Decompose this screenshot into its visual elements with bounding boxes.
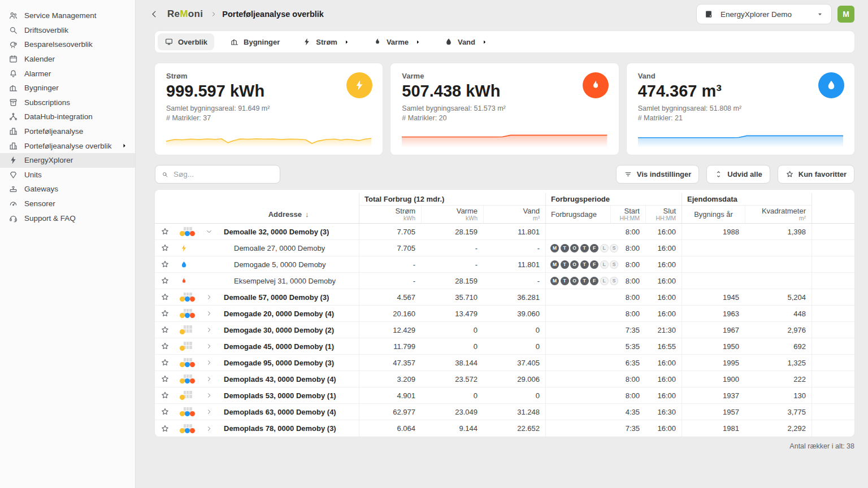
chevron-right-icon[interactable] <box>205 342 213 350</box>
table-row[interactable]: Demogade 5, 0000 Demoby - - 11.801 MTOTF… <box>155 256 854 273</box>
tab-str-m[interactable]: Strøm <box>296 33 357 50</box>
buildings-icon <box>230 37 239 46</box>
sidebar-item-service-management[interactable]: Service Management <box>0 8 135 23</box>
favorite-star-icon[interactable] <box>160 374 170 384</box>
vis-indstillinger-button[interactable]: Vis indstillinger <box>616 165 700 184</box>
favorite-star-icon[interactable] <box>160 358 170 367</box>
column-sqm[interactable]: Kvadratmeterm² <box>745 206 811 223</box>
chevron-right-icon[interactable] <box>205 375 213 383</box>
table-row[interactable]: Demoalle 32, 0000 Demoby (3) 7.705 28.15… <box>155 224 854 240</box>
start-cell: 8:00 <box>610 224 645 239</box>
start-cell: 6:35 <box>610 355 645 371</box>
sqm-cell: 1,325 <box>745 355 811 371</box>
flame-icon <box>180 277 188 285</box>
chevron-right-icon[interactable] <box>205 391 213 399</box>
varme-dot-icon <box>190 313 195 318</box>
sidebar-item-energyxplorer[interactable]: EnergyXplorer <box>0 153 135 168</box>
sidebar-item-units[interactable]: Units <box>0 168 135 182</box>
meter-types-icon <box>180 391 196 400</box>
table-row[interactable]: Demoalle 27, 0000 Demoby 7.705 - - MTOTF… <box>155 240 854 256</box>
kun-favoritter-button[interactable]: Kun favoritter <box>778 165 854 184</box>
org-selector[interactable]: EnergyXplorer Demo <box>696 4 832 24</box>
sqm-cell: 3,775 <box>745 404 811 420</box>
table-row[interactable]: Demoplads 53, 0000 Demoby (1) 4.901 0 0 … <box>155 387 854 404</box>
table-row[interactable]: Demogade 95, 0000 Demoby (3) 47.357 38.1… <box>155 355 854 371</box>
vand-cell: 37.405 <box>483 355 545 371</box>
table-row[interactable]: Demogade 30, 0000 Demoby (2) 12.429 0 0 … <box>155 322 854 338</box>
sidebar-item-kalender[interactable]: Kalender <box>0 52 135 67</box>
bolt-icon <box>8 155 18 165</box>
sidebar-item-gateways[interactable]: Gateways <box>0 182 135 197</box>
strom-cell: 7.705 <box>359 240 421 256</box>
avatar[interactable]: M <box>837 6 854 23</box>
strom-cell: - <box>359 273 421 289</box>
udvid-alle-button[interactable]: Udvid alle <box>706 165 770 184</box>
sidebar-item-besparelsesoverblik[interactable]: Besparelsesoverblik <box>0 37 135 52</box>
tab-overblik[interactable]: Overblik <box>158 33 214 50</box>
year-cell <box>682 240 745 256</box>
sqm-cell: 5,204 <box>745 289 811 305</box>
chevron-down-icon[interactable] <box>205 228 213 236</box>
building-icon <box>184 342 192 349</box>
sidebar-item-datahub-integration[interactable]: DataHub-integration <box>0 110 135 124</box>
vand-dot-icon <box>185 428 190 433</box>
bolt-icon <box>346 72 372 98</box>
table-body: Demoalle 32, 0000 Demoby (3) 7.705 28.15… <box>155 224 854 437</box>
favorite-star-icon[interactable] <box>160 325 170 334</box>
varme-cell: 28.159 <box>421 273 483 289</box>
favorite-star-icon[interactable] <box>160 293 170 302</box>
users-icon <box>8 11 18 20</box>
favorite-star-icon[interactable] <box>160 309 170 318</box>
column-address[interactable]: Addresse↓ <box>218 206 359 223</box>
search-input[interactable] <box>173 170 274 178</box>
favorite-star-icon[interactable] <box>160 407 170 416</box>
chevron-right-icon[interactable] <box>205 408 213 416</box>
sidebar-item-subscriptions[interactable]: Subscriptions <box>0 95 135 110</box>
favorite-star-icon[interactable] <box>160 276 170 285</box>
tab-vand[interactable]: Vand <box>437 33 495 50</box>
year-cell: 1957 <box>682 404 745 420</box>
favorite-star-icon[interactable] <box>160 391 170 400</box>
column-year[interactable]: Bygnings år <box>682 206 745 223</box>
favorite-star-icon[interactable] <box>160 227 170 236</box>
table-row[interactable]: Demoplads 63, 0000 Demoby (4) 62.977 23.… <box>155 404 854 420</box>
chevron-right-icon[interactable] <box>205 425 213 433</box>
chevron-right-icon[interactable] <box>205 326 213 334</box>
chevron-right-icon[interactable] <box>205 293 213 301</box>
table-row[interactable]: Eksempelvej 31, 0000 Demoby - 28.159 - M… <box>155 273 854 289</box>
column-start[interactable]: StartHH:MM <box>610 206 645 223</box>
slut-cell: 16:00 <box>645 371 682 387</box>
sidebar-item-driftsoverblik[interactable]: Driftsoverblik <box>0 23 135 38</box>
sidebar-item-alarmer[interactable]: Alarmer <box>0 66 135 81</box>
sidebar-item-support-faq[interactable]: Support & FAQ <box>0 211 135 225</box>
column-forbrugsdage[interactable]: Forbrugsdage <box>545 206 610 223</box>
favorite-star-icon[interactable] <box>160 243 170 252</box>
table-row[interactable]: Demoplads 43, 0000 Demoby (4) 3.209 23.5… <box>155 371 854 387</box>
slut-cell: 16:30 <box>645 404 682 420</box>
column-vand[interactable]: Vandm³ <box>483 206 545 223</box>
chevron-right-icon[interactable] <box>205 310 213 317</box>
remoni-logo[interactable]: ReMoni <box>167 8 203 20</box>
start-cell: 8:00 <box>610 240 645 256</box>
chevron-right-icon[interactable] <box>205 359 213 367</box>
sidebar-item-portef-ljeanalyse-overblik[interactable]: Porteføljeanalyse overblik <box>0 138 135 153</box>
sidebar-item-sensorer[interactable]: Sensorer <box>0 197 135 211</box>
favorite-star-icon[interactable] <box>160 424 170 433</box>
table-row[interactable]: Demogade 45, 0000 Demoby (1) 11.799 0 0 … <box>155 338 854 355</box>
tab-varme[interactable]: Varme <box>366 33 428 50</box>
column-varme[interactable]: VarmekWh <box>421 206 483 223</box>
table-row[interactable]: Demoplads 78, 0000 Demoby (3) 6.064 9.14… <box>155 420 854 437</box>
tab-bygninger[interactable]: Bygninger <box>223 33 287 50</box>
day-chip: F <box>590 244 598 252</box>
table-row[interactable]: Demoalle 57, 0000 Demoby (3) 4.567 35.71… <box>155 289 854 306</box>
slut-cell: 16:00 <box>645 256 682 272</box>
sidebar-item-portef-ljeanalyse[interactable]: Porteføljeanalyse <box>0 124 135 139</box>
sidebar-item-bygninger[interactable]: Bygninger <box>0 81 135 95</box>
favorite-star-icon[interactable] <box>160 260 170 269</box>
column-strom[interactable]: StrømkWh <box>359 206 421 223</box>
table-row[interactable]: Demogade 20, 0000 Demoby (4) 20.160 13.4… <box>155 306 854 322</box>
favorite-star-icon[interactable] <box>160 342 170 351</box>
back-chevron-icon[interactable] <box>149 9 159 19</box>
column-slut[interactable]: SlutHH:MM <box>645 206 682 223</box>
varme-dot-icon <box>190 297 195 302</box>
